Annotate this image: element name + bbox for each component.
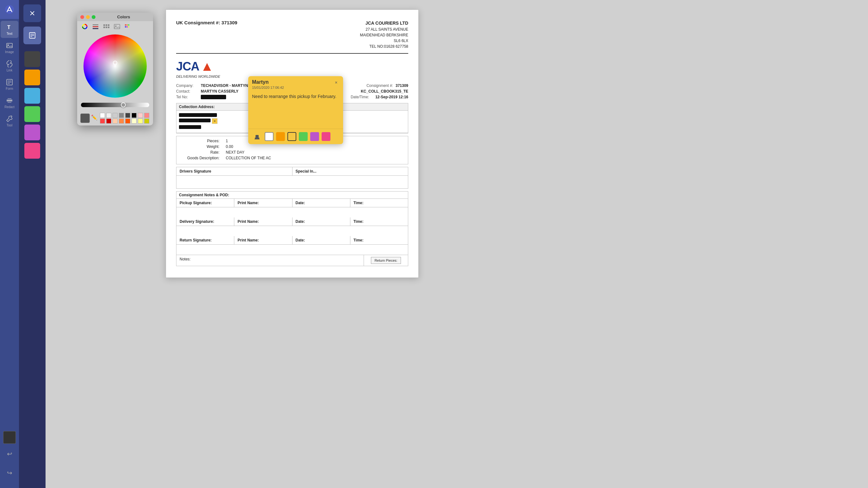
svg-rect-25: [105, 27, 107, 28]
palette-icon[interactable]: [123, 23, 132, 30]
brand-logo: [0, 0, 19, 19]
sticky-color-pink[interactable]: [321, 132, 331, 141]
preset-yellow[interactable]: [138, 119, 143, 124]
sub-color-blue[interactable]: [24, 88, 40, 104]
sub-color-purple[interactable]: [24, 125, 40, 140]
color-swatch-redo[interactable]: ↪: [3, 469, 16, 482]
svg-rect-24: [103, 27, 105, 28]
svg-rect-30: [126, 24, 128, 26]
svg-rect-31: [128, 24, 129, 26]
preset-darkyellow[interactable]: [144, 119, 149, 124]
image-picker-icon[interactable]: [113, 23, 121, 30]
goods-row: Goods Description: COLLECTION OF THE AC: [182, 156, 403, 160]
close-panel-btn[interactable]: [23, 4, 41, 22]
brightness-slider-thumb[interactable]: [121, 102, 126, 107]
sidebar-tool-text[interactable]: T Text: [1, 21, 18, 38]
sidebar-tool-tool[interactable]: Tool: [1, 112, 18, 130]
collection-addr-label: Collection Address:: [179, 105, 215, 109]
brightness-slider[interactable]: [81, 103, 149, 107]
return-pieces-btn[interactable]: Return Pieces:: [371, 257, 401, 264]
link-tool-label: Link: [7, 69, 12, 72]
color-swatch-1[interactable]: [3, 431, 16, 444]
colors-panel-title: Colors: [97, 14, 150, 19]
addr-line2-redacted: [179, 119, 211, 122]
sticky-footer: [248, 129, 343, 144]
maximize-dot[interactable]: [92, 15, 95, 19]
preset-orange[interactable]: [119, 119, 124, 124]
redact-icon: [6, 97, 13, 104]
pickup-sig-label: Pickup Signature:: [177, 199, 234, 207]
weight-value: 0.00: [226, 144, 233, 149]
sub-color-pink[interactable]: [24, 143, 40, 159]
return-time-label: Time:: [350, 236, 408, 244]
preset-midgray[interactable]: [119, 113, 124, 118]
delivery-date-label: Date:: [292, 218, 350, 226]
eyedropper-icon[interactable]: ✏️: [91, 115, 99, 122]
sticky-author-info: Martyn 15/01/2020 17:06:42: [252, 79, 284, 90]
annotation-mode-btn[interactable]: [23, 27, 41, 44]
preset-lightgray[interactable]: [106, 113, 111, 118]
weight-label: Weight:: [182, 144, 219, 149]
tel-redacted: [201, 95, 226, 99]
sticky-color-white[interactable]: [265, 132, 274, 141]
svg-rect-34: [128, 26, 129, 28]
redact-tool-label: Redact: [4, 105, 14, 109]
delivery-print-label: Print Name:: [234, 218, 292, 226]
return-sig-label: Return Signature:: [177, 236, 234, 244]
image-tool-label: Image: [5, 50, 14, 54]
close-dot[interactable]: [80, 15, 84, 19]
preset-peach[interactable]: [113, 119, 118, 124]
sticky-color-orange[interactable]: [276, 132, 285, 141]
sticky-body[interactable]: Need to rearrange this pickup for Februa…: [248, 91, 343, 129]
svg-rect-27: [114, 24, 120, 29]
sticky-color-green[interactable]: [299, 132, 308, 141]
preset-lightred[interactable]: [138, 113, 143, 118]
preset-gray[interactable]: [113, 113, 118, 118]
sticky-color-purple[interactable]: [310, 132, 319, 141]
consignment-label: Consignment #:: [367, 84, 393, 88]
sub-color-orange[interactable]: [24, 69, 40, 85]
sticky-color-yellow[interactable]: [287, 132, 296, 141]
sub-color-dark[interactable]: [24, 51, 40, 67]
colors-titlebar: Colors: [77, 13, 153, 21]
preset-lightyellow[interactable]: [131, 119, 136, 124]
preset-darkred[interactable]: [106, 119, 111, 124]
notes-col: Notes:: [177, 255, 364, 266]
color-swatch-undo[interactable]: ↩: [3, 450, 16, 463]
sidebar-tool-link[interactable]: Link: [1, 58, 18, 74]
sidebar-tool-image[interactable]: Image: [1, 39, 18, 56]
preset-salmon[interactable]: [144, 113, 149, 118]
contact-field: Contact: MARTYN CASSERLY: [176, 89, 239, 94]
sliders-icon[interactable]: [91, 23, 100, 30]
sub-sidebar: [19, 0, 45, 488]
sidebar-tool-redact[interactable]: Redact: [1, 94, 18, 111]
color-wheel-icon[interactable]: [80, 23, 89, 30]
contact-label: Contact:: [176, 89, 198, 94]
preset-darkorange[interactable]: [125, 119, 130, 124]
color-wheel-container[interactable]: [77, 32, 153, 100]
sticky-stamp-icon[interactable]: [252, 131, 262, 141]
grid-icon[interactable]: [102, 23, 111, 30]
document: UK Consignment #: 371309 JCA COURIERS LT…: [166, 9, 418, 278]
sticky-close-btn[interactable]: ×: [333, 79, 339, 86]
sub-color-green[interactable]: [24, 106, 40, 122]
sticky-note-anchor-icon[interactable]: ≡: [212, 118, 218, 124]
preset-white[interactable]: [100, 113, 105, 118]
pickup-sig-body: [177, 207, 408, 218]
preset-darkgray[interactable]: [125, 113, 130, 118]
sticky-header: Martyn 15/01/2020 17:06:42 ×: [248, 76, 343, 91]
rate-row: Rate: NEXT DAY: [182, 150, 403, 155]
preset-red[interactable]: [100, 119, 105, 124]
color-wheel[interactable]: [84, 34, 147, 98]
notes-label: Notes:: [180, 257, 191, 261]
colors-toolbar: [77, 21, 153, 32]
minimize-dot[interactable]: [86, 15, 90, 19]
goods-value: COLLECTION OF THE AC: [226, 156, 271, 160]
color-slider-container: [77, 100, 153, 111]
delivery-sig-row: Delivery Signature: Print Name: Date: Ti…: [177, 218, 408, 226]
tel-label: Tel No:: [176, 95, 198, 99]
svg-rect-19: [93, 26, 98, 27]
preset-black[interactable]: [131, 113, 136, 118]
tool-label: Tool: [7, 124, 12, 127]
sidebar-tool-form[interactable]: Form: [1, 76, 18, 93]
